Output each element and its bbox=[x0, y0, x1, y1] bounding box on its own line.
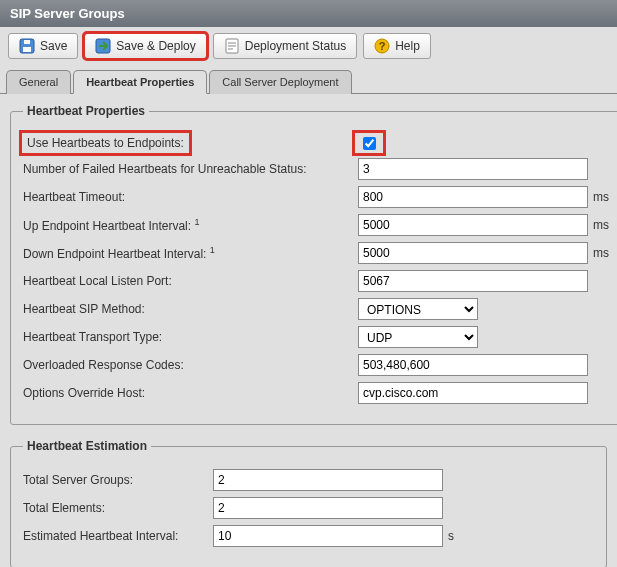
heartbeat-timeout-label: Heartbeat Timeout: bbox=[23, 190, 358, 204]
save-deploy-button[interactable]: Save & Deploy bbox=[84, 33, 206, 59]
deployment-status-button[interactable]: Deployment Status bbox=[213, 33, 357, 59]
down-interval-input[interactable] bbox=[358, 242, 588, 264]
sip-method-select[interactable]: OPTIONS bbox=[358, 298, 478, 320]
page-title: SIP Server Groups bbox=[0, 0, 617, 27]
unit-ms: ms bbox=[593, 246, 609, 260]
use-heartbeats-checkbox[interactable] bbox=[363, 137, 376, 150]
heartbeat-properties-group: Heartbeat Properties Use Heartbeats to E… bbox=[10, 104, 617, 425]
up-interval-input[interactable] bbox=[358, 214, 588, 236]
up-interval-label: Up Endpoint Heartbeat Interval: 1 bbox=[23, 217, 358, 233]
heartbeat-estimation-group: Heartbeat Estimation Total Server Groups… bbox=[10, 439, 607, 567]
estimated-interval-label: Estimated Heartbeat Interval: bbox=[23, 529, 213, 543]
unit-ms: ms bbox=[593, 218, 609, 232]
tab-general[interactable]: General bbox=[6, 70, 71, 94]
help-label: Help bbox=[395, 39, 420, 53]
down-interval-label: Down Endpoint Heartbeat Interval: 1 bbox=[23, 245, 358, 261]
tab-bar: General Heartbeat Properties Call Server… bbox=[0, 65, 617, 94]
heartbeat-estimation-legend: Heartbeat Estimation bbox=[23, 439, 151, 453]
document-icon bbox=[224, 38, 240, 54]
overloaded-codes-label: Overloaded Response Codes: bbox=[23, 358, 358, 372]
use-heartbeats-label: Use Heartbeats to Endpoints: bbox=[23, 134, 357, 152]
unit-s: s bbox=[448, 529, 454, 543]
disk-icon bbox=[19, 38, 35, 54]
svg-rect-2 bbox=[24, 40, 30, 44]
total-elements-field bbox=[213, 497, 443, 519]
save-button[interactable]: Save bbox=[8, 33, 78, 59]
listen-port-label: Heartbeat Local Listen Port: bbox=[23, 274, 358, 288]
total-groups-field bbox=[213, 469, 443, 491]
heartbeat-properties-legend: Heartbeat Properties bbox=[23, 104, 149, 118]
unit-ms: ms bbox=[593, 190, 609, 204]
toolbar: Save Save & Deploy Deployment Status ? H… bbox=[0, 27, 617, 65]
svg-rect-1 bbox=[23, 47, 31, 52]
save-label: Save bbox=[40, 39, 67, 53]
estimated-interval-field bbox=[213, 525, 443, 547]
heartbeat-timeout-input[interactable] bbox=[358, 186, 588, 208]
tab-call-server-deployment[interactable]: Call Server Deployment bbox=[209, 70, 351, 94]
svg-text:?: ? bbox=[379, 40, 386, 52]
failed-heartbeats-label: Number of Failed Heartbeats for Unreacha… bbox=[23, 162, 358, 176]
failed-heartbeats-input[interactable] bbox=[358, 158, 588, 180]
tab-heartbeat-properties[interactable]: Heartbeat Properties bbox=[73, 70, 207, 94]
tab-content: Heartbeat Properties Use Heartbeats to E… bbox=[0, 94, 617, 567]
total-elements-label: Total Elements: bbox=[23, 501, 213, 515]
save-deploy-label: Save & Deploy bbox=[116, 39, 195, 53]
disk-arrow-icon bbox=[95, 38, 111, 54]
listen-port-input[interactable] bbox=[358, 270, 588, 292]
overloaded-codes-input[interactable] bbox=[358, 354, 588, 376]
deployment-status-label: Deployment Status bbox=[245, 39, 346, 53]
transport-type-label: Heartbeat Transport Type: bbox=[23, 330, 358, 344]
override-host-label: Options Override Host: bbox=[23, 386, 358, 400]
override-host-input[interactable] bbox=[358, 382, 588, 404]
transport-type-select[interactable]: UDP bbox=[358, 326, 478, 348]
total-groups-label: Total Server Groups: bbox=[23, 473, 213, 487]
sip-method-label: Heartbeat SIP Method: bbox=[23, 302, 358, 316]
help-button[interactable]: ? Help bbox=[363, 33, 431, 59]
help-icon: ? bbox=[374, 38, 390, 54]
